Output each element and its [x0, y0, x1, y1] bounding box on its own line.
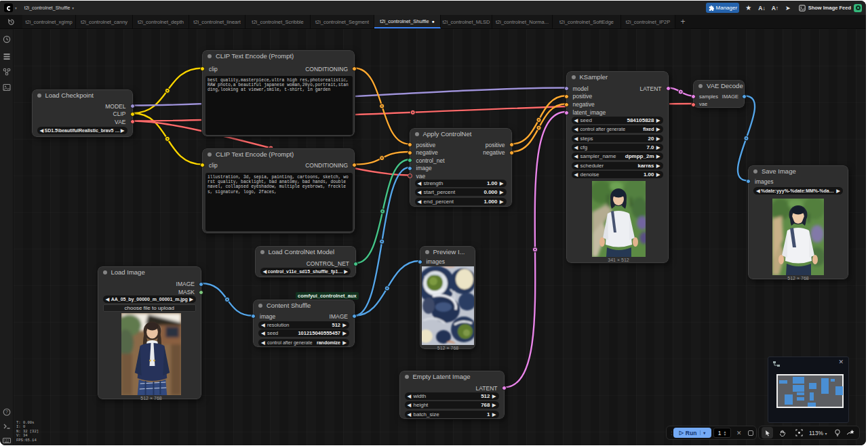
svg-text:?: ? — [5, 409, 8, 414]
